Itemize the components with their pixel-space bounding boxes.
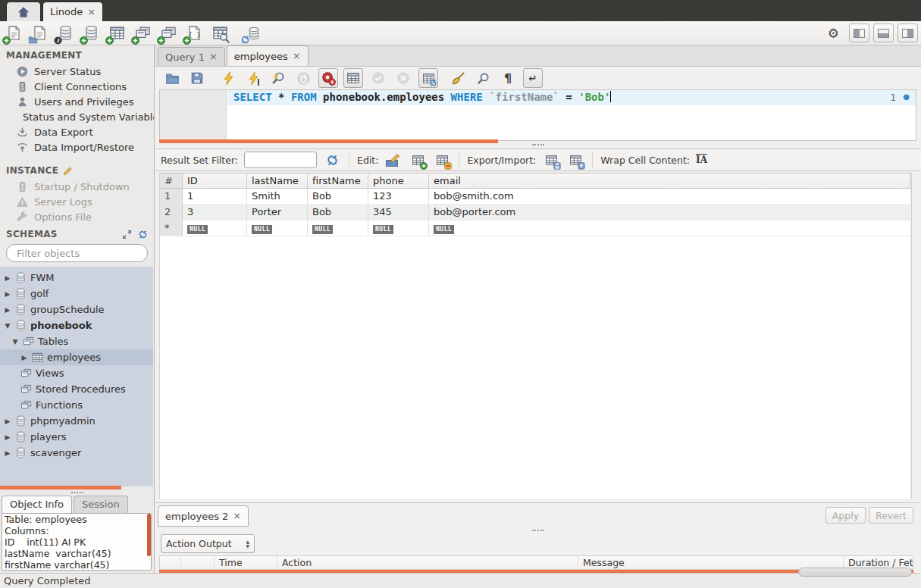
output-panel-splitter[interactable] <box>155 527 921 534</box>
close-icon[interactable]: × <box>293 52 301 61</box>
result-filter-input[interactable] <box>244 152 317 168</box>
chevron-down-icon[interactable]: ▼ <box>11 338 19 346</box>
column-header-rownum[interactable]: # <box>160 174 183 188</box>
sidebar-item-client-connections[interactable]: Client Connections <box>0 79 154 94</box>
sidebar-item-server-logs[interactable]: Server Logs <box>0 194 154 209</box>
tree-item-schema-golf[interactable]: ▶ golf <box>0 286 153 302</box>
toggle-word-wrap-button[interactable]: ↵ <box>523 68 543 88</box>
tree-item-schema-fwm[interactable]: ▶ FWM <box>0 270 153 286</box>
insert-row-button[interactable] <box>409 151 427 169</box>
column-header-firstname[interactable]: firstName <box>308 174 368 188</box>
sidebar-item-data-export[interactable]: Data Export <box>0 124 154 139</box>
chevron-right-icon[interactable]: ▶ <box>4 433 11 441</box>
sidebar-splitter[interactable] <box>0 489 154 496</box>
schema-filter-box[interactable] <box>6 244 148 262</box>
inspect-database-button[interactable] <box>56 24 74 42</box>
save-script-button[interactable] <box>187 68 207 88</box>
spinner-arrows-icon[interactable]: ▲ ▼ <box>246 540 249 549</box>
sidebar-item-users-privileges[interactable]: Users and Privileges <box>0 94 154 109</box>
toggle-right-sidebar-button[interactable] <box>898 23 918 42</box>
spinner-down-icon[interactable]: ▼ <box>246 544 249 549</box>
cell-null[interactable]: NULL <box>183 220 247 236</box>
create-function-button[interactable] <box>185 24 203 42</box>
explain-query-button[interactable] <box>268 68 288 88</box>
tab-session[interactable]: Session <box>74 496 128 514</box>
sidebar-item-startup-shutdown[interactable]: Startup / Shutdown <box>0 179 154 194</box>
result-grid-scrollbar[interactable] <box>911 173 920 499</box>
object-info-scrollbar[interactable] <box>147 514 151 556</box>
cell-lastname[interactable]: Porter <box>247 205 308 220</box>
cell-phone[interactable]: 345 <box>368 205 429 220</box>
toggle-invisible-characters-button[interactable]: ¶ <box>498 68 518 88</box>
toggle-stop-on-error-button[interactable] <box>318 68 338 88</box>
open-sql-script-button[interactable] <box>30 24 49 42</box>
create-schema-button[interactable] <box>82 24 100 42</box>
chevron-down-icon[interactable]: ▼ <box>4 322 11 330</box>
refresh-results-button[interactable] <box>323 151 341 169</box>
cell-null[interactable]: NULL <box>429 220 910 236</box>
cell-email[interactable]: bob@smith.com <box>429 189 910 204</box>
reconnect-dbms-button[interactable] <box>243 24 261 42</box>
chevron-right-icon[interactable]: ▶ <box>20 354 28 361</box>
cell-firstname[interactable]: Bob <box>308 205 368 220</box>
import-records-button[interactable] <box>566 151 584 169</box>
cell-email[interactable]: bob@porter.com <box>429 205 910 220</box>
execute-current-statement-button[interactable] <box>243 68 263 88</box>
sidebar-item-options-file[interactable]: Options File <box>0 209 154 224</box>
apply-button[interactable]: Apply <box>825 507 866 524</box>
tree-item-views-group[interactable]: Views <box>0 365 153 381</box>
create-stored-procedure-button[interactable] <box>159 24 177 42</box>
configure-instance-icon[interactable] <box>63 166 73 176</box>
tree-item-schema-phonebook[interactable]: ▼ phonebook <box>0 317 153 333</box>
column-header-email[interactable]: email <box>429 174 910 188</box>
output-col-time[interactable]: Time <box>215 556 277 569</box>
tab-query-1[interactable]: Query 1 × <box>158 47 225 66</box>
column-header-lastname[interactable]: lastName <box>247 174 308 188</box>
sidebar-item-status-system-variables[interactable]: Status and System Variables <box>0 109 154 124</box>
new-row-placeholder[interactable]: * NULL NULL NULL NULL NULL <box>160 220 910 236</box>
horizontal-scrollbar-thumb[interactable] <box>798 568 912 577</box>
tree-item-tables-group[interactable]: ▼ Tables <box>0 333 153 349</box>
execute-query-button[interactable] <box>218 68 238 88</box>
tree-item-stored-procedures-group[interactable]: Stored Procedures <box>0 381 153 397</box>
revert-button[interactable]: Revert <box>869 507 913 524</box>
toggle-bottom-panel-button[interactable] <box>873 23 894 42</box>
cell-phone[interactable]: 123 <box>368 189 429 204</box>
tab-object-info[interactable]: Object Info <box>2 496 72 514</box>
close-icon[interactable]: × <box>87 8 96 17</box>
tree-item-schema-scavenger[interactable]: ▶ scavenger <box>0 445 153 461</box>
toggle-autocommit-button[interactable] <box>418 68 438 88</box>
chevron-right-icon[interactable]: ▶ <box>4 290 11 298</box>
column-header-id[interactable]: ID <box>183 174 247 188</box>
create-view-button[interactable] <box>133 24 152 42</box>
cell-null[interactable]: NULL <box>368 220 429 236</box>
search-table-data-button[interactable] <box>211 24 229 42</box>
toggle-left-sidebar-button[interactable] <box>849 23 869 42</box>
tree-item-schema-players[interactable]: ▶ players <box>0 429 153 445</box>
connection-tab-linode[interactable]: Linode × <box>42 2 103 21</box>
cell-firstname[interactable]: Bob <box>308 189 368 204</box>
editor-results-splitter[interactable] <box>155 141 921 149</box>
create-table-button[interactable] <box>108 24 126 42</box>
tab-employees-2[interactable]: employees 2 × <box>158 505 249 527</box>
output-col-action[interactable]: Action <box>277 556 578 569</box>
tree-item-schema-groupschedule[interactable]: ▶ groupSchedule <box>0 302 153 317</box>
sql-code-line[interactable]: SELECT * FROM phonebook.employees WHERE … <box>233 91 611 103</box>
cell-id[interactable]: 1 <box>183 189 247 204</box>
export-recordset-button[interactable] <box>542 151 560 169</box>
tab-employees[interactable]: employees × <box>227 45 309 66</box>
chevron-right-icon[interactable]: ▶ <box>4 306 11 314</box>
close-icon[interactable]: × <box>209 52 218 61</box>
expand-panel-icon[interactable] <box>122 230 132 239</box>
close-icon[interactable]: × <box>233 511 241 521</box>
find-in-script-button[interactable] <box>473 68 493 88</box>
column-header-phone[interactable]: phone <box>368 174 429 188</box>
wrap-cell-content-icon[interactable]: ĪA <box>696 155 707 165</box>
table-row[interactable]: 2 3 Porter Bob 345 bob@porter.com <box>160 205 910 220</box>
cell-id[interactable]: 3 <box>183 205 247 220</box>
schema-filter-input[interactable] <box>17 248 146 259</box>
delete-row-button[interactable] <box>433 151 451 169</box>
sql-editor[interactable]: 1 ● SELECT * FROM phonebook.employees WH… <box>159 89 916 141</box>
tree-item-functions-group[interactable]: Functions <box>0 397 153 413</box>
tree-item-schema-phpmyadmin[interactable]: ▶ phpmyadmin <box>0 413 153 429</box>
